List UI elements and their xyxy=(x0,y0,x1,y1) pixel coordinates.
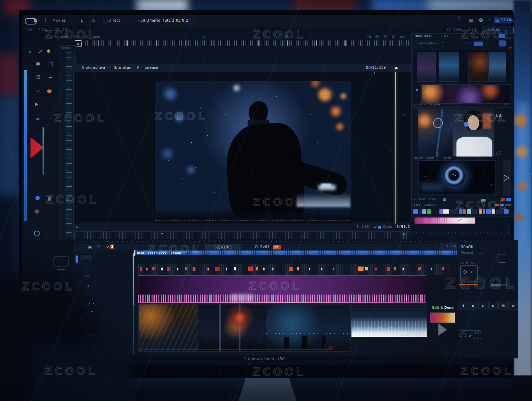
menu-divider: | xyxy=(45,18,46,22)
clip-thumb-1[interactable] xyxy=(417,52,436,82)
meta-grid-icon[interactable]: ▦ xyxy=(442,197,447,202)
transport-play-button[interactable]: ▶ xyxy=(469,302,478,309)
menu-item-ic[interactable]: IC xyxy=(92,18,95,23)
panel-b-icon[interactable]: □ xyxy=(48,60,54,67)
meta2-chip-blue xyxy=(500,204,504,206)
project-tab-icon[interactable] xyxy=(499,34,505,38)
marker-chip xyxy=(146,268,148,270)
meter-scrollbar[interactable] xyxy=(73,53,74,238)
refresh-icon[interactable] xyxy=(497,150,501,155)
snap-icon[interactable]: ▣ xyxy=(87,245,93,249)
video-clip-3[interactable] xyxy=(266,304,351,352)
menu-item-direct[interactable]: Direct xyxy=(109,18,120,23)
flame-icon[interactable] xyxy=(47,89,52,93)
red-tick xyxy=(330,346,331,349)
panel-a-icon[interactable]: ▣ xyxy=(35,60,41,67)
marker-chip xyxy=(193,267,195,271)
bin-label[interactable]: Om Cvilbum xyxy=(419,42,438,45)
user-icon[interactable]: ☻ xyxy=(478,17,484,23)
space-clip[interactable] xyxy=(419,160,495,195)
zoom-level[interactable]: -1 0.0% xyxy=(355,225,370,229)
fx-circle-icon[interactable] xyxy=(460,333,466,339)
project-tab-2[interactable]: DCO xyxy=(443,35,450,38)
timecode-ruler[interactable] xyxy=(84,40,411,46)
track-toggle-blue[interactable] xyxy=(76,256,78,263)
timeline-ruler-blue[interactable] xyxy=(134,251,458,255)
scrub-marker[interactable]: ▾ xyxy=(160,231,164,236)
transport-play2-button[interactable]: ▶ xyxy=(488,302,498,309)
mini-clip xyxy=(467,209,471,214)
grid-icon[interactable]: ▦ xyxy=(468,17,474,23)
fx-frame-icon[interactable]: ·¨ xyxy=(498,254,506,263)
preview-play-icon[interactable]: ▶ xyxy=(394,65,399,71)
chevron-right-1[interactable]: › xyxy=(404,113,405,117)
video-bokeh-o2 xyxy=(331,107,340,116)
photo-stage: | Movies E IC Direct Full Dmerio (Stc 3 … xyxy=(0,0,532,401)
gold-dot-icon[interactable] xyxy=(47,49,50,53)
transport-stop-button[interactable]: ▮ xyxy=(459,302,468,309)
res-chip xyxy=(378,226,381,229)
menu-item-movies[interactable]: Movies xyxy=(52,18,66,23)
clip-thumb-2[interactable] xyxy=(439,52,459,82)
blue-disc-icon[interactable] xyxy=(35,196,40,200)
clip-thumb-4[interactable] xyxy=(488,52,506,82)
left-blue-strip[interactable] xyxy=(24,70,27,221)
fit-icon[interactable]: ⇄ xyxy=(373,225,377,229)
ring-icon[interactable] xyxy=(34,231,40,236)
video-clip-2[interactable] xyxy=(199,304,265,352)
rail-play-icon[interactable]: ▷ xyxy=(503,171,511,183)
texture-icon[interactable]: ▒ xyxy=(47,196,52,201)
video-frame xyxy=(154,81,352,224)
film-icon[interactable]: ▤ xyxy=(35,74,41,79)
portrait-sign xyxy=(483,113,491,129)
gap-widget[interactable] xyxy=(53,256,69,267)
hard-button-label[interactable]: Hard ala xyxy=(487,28,500,32)
gradient-clip-chip[interactable] xyxy=(430,312,455,323)
list-icon[interactable]: ≡ xyxy=(48,74,53,79)
fx-motion-row[interactable]: norro (b xyxy=(460,261,475,265)
transport-loop-button[interactable]: ⇄ xyxy=(508,302,518,309)
expand-icon[interactable]: ▸ xyxy=(75,224,79,229)
error-badge[interactable]: 2 xyxy=(110,245,114,249)
label-chip[interactable] xyxy=(474,42,483,46)
doc-icon[interactable]: ▤ xyxy=(494,17,500,23)
audio-gap xyxy=(426,275,458,303)
fx-progress-fill xyxy=(491,284,500,286)
fx-preset-label[interactable]: Viremoj xyxy=(461,251,473,255)
flag-icon[interactable]: ◂ xyxy=(509,17,514,23)
mini-clip-strip[interactable] xyxy=(412,209,512,214)
chevron-right-2[interactable]: › xyxy=(390,148,392,153)
track-thumb-box[interactable] xyxy=(82,255,90,261)
play-marker[interactable] xyxy=(31,137,44,158)
striped-play-icon[interactable] xyxy=(438,324,447,336)
scrub-menu-icon[interactable]: ≡ xyxy=(401,232,406,236)
sequence-tab[interactable]: 62/61/63 xyxy=(205,244,241,251)
scrub-bar[interactable] xyxy=(74,231,411,239)
mini-tabs[interactable]: 10 60 63 01 0/0 xyxy=(367,35,405,39)
panel-icon[interactable]: ▭ xyxy=(487,17,492,23)
transport-film-button[interactable]: ▤ xyxy=(498,302,508,309)
tool-a-icon[interactable]: A xyxy=(98,245,100,248)
fx-progress[interactable] xyxy=(491,284,508,286)
project-footer-right[interactable]: (a) xyxy=(504,103,509,106)
dual-image-frame[interactable] xyxy=(418,109,494,157)
gray-blob-icon[interactable] xyxy=(35,209,39,214)
video-clip-4[interactable] xyxy=(351,305,427,337)
project-tab-1[interactable]: 108w Owen xyxy=(414,35,433,38)
fx-dots[interactable]: • • • xyxy=(473,337,481,341)
clip-filmstrip[interactable] xyxy=(421,84,510,104)
clip-thumb-3[interactable] xyxy=(468,52,488,82)
sequence-name: Ct Sv01 xyxy=(255,245,270,249)
square-icon[interactable]: □ xyxy=(35,87,40,92)
play-small-icon[interactable] xyxy=(35,102,38,106)
blue-wave-icon[interactable]: ≈ xyxy=(35,116,41,121)
transport-step-button[interactable]: ► xyxy=(478,302,488,309)
menu-item-e[interactable]: E xyxy=(81,18,83,23)
marker-track[interactable] xyxy=(138,264,450,275)
new-item-button[interactable] xyxy=(499,40,506,46)
wave-tool-icon[interactable]: ≈ xyxy=(27,49,33,55)
fx-play-box[interactable]: ▷ ▾ xyxy=(460,265,478,280)
video-clip-1[interactable] xyxy=(138,304,198,352)
bin-settings-icon[interactable]: ⋮ xyxy=(440,41,445,46)
more-dots-icon[interactable]: ⋮ xyxy=(48,187,52,193)
